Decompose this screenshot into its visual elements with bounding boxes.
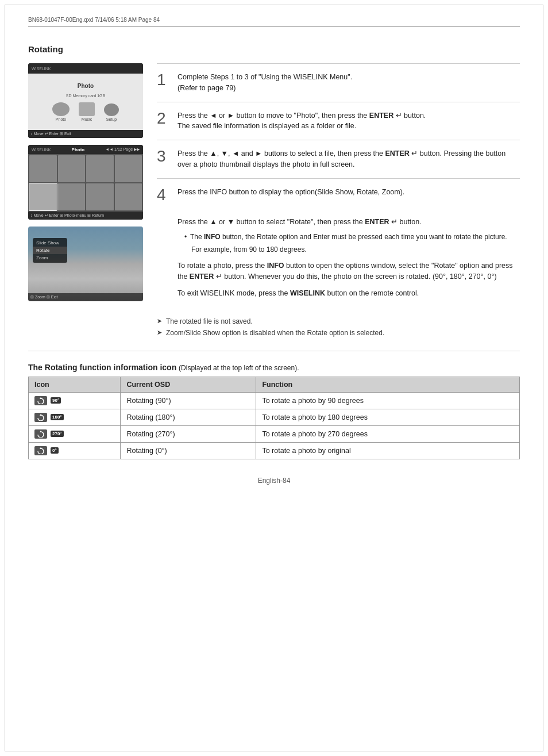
- step1-line2: (Refer to page 79): [177, 84, 236, 92]
- row4-icon: 0°: [29, 442, 121, 459]
- screen1-icon-music: Music: [79, 102, 95, 121]
- info-table: Icon Current OSD Function: [28, 377, 520, 459]
- screen3-bottombar: ⊞ Zoom ⊞ Exit: [28, 293, 143, 301]
- col-header-icon: Icon: [29, 377, 121, 392]
- page-container: BN68-01047F-00Eng.qxd 7/14/06 5:18 AM Pa…: [5, 5, 543, 751]
- photo-cell-6: [58, 183, 86, 210]
- top-bar-text: BN68-01047F-00Eng.qxd 7/14/06 5:18 AM Pa…: [28, 17, 160, 23]
- menu-slideshow: Slide Show: [33, 239, 67, 247]
- row1-function: To rotate a photo by 90 degrees: [256, 392, 520, 409]
- screen1-icon-photo: Photo: [52, 102, 70, 121]
- step2-enter: ENTER: [369, 112, 393, 120]
- step4-info2: INFO: [267, 262, 284, 270]
- table-row: 0° Rotating (0°) To rotate a photo by or…: [29, 442, 520, 459]
- screen2-topbar: WISELINK Photo ◄◄ 1/12 Page ▶▶: [28, 145, 143, 154]
- rotate-svg-0: [37, 447, 45, 454]
- screen1-bottombar: ↕ Move ↵ Enter ⊞ Exit: [28, 130, 143, 138]
- row1-icon-cell: 90°: [34, 396, 114, 405]
- rotate-icon-180: [34, 413, 47, 422]
- photo-cell-1: [29, 155, 57, 182]
- step4-line1: Press the INFO button to display the opt…: [177, 188, 404, 196]
- photo-cell-2: [58, 155, 86, 182]
- setup-icon-label: Setup: [106, 117, 117, 121]
- step3-line1: Press the ▲, ▼, ◄ and ► buttons to selec…: [177, 149, 505, 168]
- music-icon-label: Music: [82, 117, 92, 121]
- step4-para1: To rotate a photo, press the INFO button…: [177, 260, 520, 282]
- step-4-header: 4 Press the INFO button to display the o…: [157, 187, 520, 203]
- step4-wiselink: WISELINK: [290, 289, 325, 297]
- table-subtitle: (Displayed at the top left of the screen…: [179, 364, 299, 372]
- row2-icon: 180°: [29, 409, 121, 425]
- step4-para2: To exit WISELINK mode, press the WISELIN…: [177, 288, 520, 299]
- screen1-content: Photo SD Memory card 1GB Photo Music: [28, 74, 143, 130]
- screen1-title: Photo: [78, 83, 94, 89]
- top-bar: BN68-01047F-00Eng.qxd 7/14/06 5:18 AM Pa…: [28, 17, 520, 27]
- photo-icon-label: Photo: [56, 117, 66, 121]
- step3-enter: ENTER: [385, 149, 409, 158]
- screen2-title: Photo: [72, 147, 85, 152]
- screen2-bottombar: ↕ Move ↵ Enter ⊞ Photo-menu ⊞ Return: [28, 212, 143, 220]
- step-1-block: 1 Complete Steps 1 to 3 of "Using the WI…: [157, 63, 520, 102]
- step2-line2: The saved file information is displayed …: [177, 122, 356, 130]
- step-2-number: 2: [157, 110, 171, 132]
- screen2-grid: [28, 154, 143, 212]
- screen1-topbar: WISELINK: [28, 63, 143, 74]
- screen1-icon-setup: Setup: [104, 103, 119, 121]
- screen-mockup-2: WISELINK Photo ◄◄ 1/12 Page ▶▶ ↕ Move ↵ …: [28, 145, 143, 220]
- step-2-block: 2 Press the ◄ or ► button to move to "Ph…: [157, 102, 520, 140]
- menu-zoom: Zoom: [33, 254, 67, 262]
- step2-press: Press the ◄ or ► button to move to "Phot…: [177, 112, 426, 120]
- step-4-block: 4 Press the INFO button to display the o…: [157, 178, 520, 307]
- step4-indent1: For example, from 90 to 180 degrees.: [184, 244, 520, 255]
- row2-icon-cell: 180°: [34, 413, 114, 422]
- badge-90: 90°: [51, 397, 61, 404]
- screen-mockup-3: Slide Show Rotate Zoom ⊞ Zoom ⊞ Exit: [28, 227, 143, 301]
- rotate-icon-270: [34, 429, 47, 439]
- table-title: The Rotating function information icon (…: [28, 363, 520, 372]
- badge-270: 270°: [51, 431, 64, 437]
- photo-cell-7: [86, 183, 114, 210]
- rotate-svg-270: [37, 431, 45, 438]
- row4-function: To rotate a photo by original: [256, 442, 520, 459]
- table-body: 90° Rotating (90°) To rotate a photo by …: [29, 392, 520, 459]
- step4-bullet1: The INFO button, the Rotate option and E…: [184, 232, 520, 242]
- photo-cell-5: [29, 183, 57, 210]
- main-content: WISELINK Photo SD Memory card 1GB Photo: [28, 63, 520, 339]
- step4-rotate-para: Press the ▲ or ▼ button to select "Rotat…: [177, 217, 520, 228]
- table-row: 180° Rotating (180°) To rotate a photo b…: [29, 409, 520, 425]
- landscape-menu: Slide Show Rotate Zoom: [33, 238, 67, 263]
- right-content: 1 Complete Steps 1 to 3 of "Using the WI…: [157, 63, 520, 339]
- row2-osd: Rotating (180°): [121, 409, 256, 425]
- step-4-extra: Press the ▲ or ▼ button to select "Rotat…: [157, 217, 520, 299]
- screen1-icons-row: Photo Music Setup: [52, 102, 119, 121]
- left-images: WISELINK Photo SD Memory card 1GB Photo: [28, 63, 143, 339]
- col-header-function: Function: [256, 377, 520, 392]
- photo-cell-4: [115, 155, 142, 182]
- rotate-svg-180: [37, 414, 45, 421]
- step1-line1: Complete Steps 1 to 3 of "Using the WISE…: [177, 73, 352, 81]
- screen1-logo: WISELINK: [32, 67, 51, 71]
- row4-icon-cell: 0°: [34, 446, 114, 455]
- row4-osd: Rotating (0°): [121, 442, 256, 459]
- screen-mockup-1: WISELINK Photo SD Memory card 1GB Photo: [28, 63, 143, 138]
- step-3-text: Press the ▲, ▼, ◄ and ► buttons to selec…: [177, 148, 520, 170]
- step-2-text: Press the ◄ or ► button to move to "Phot…: [177, 110, 520, 132]
- row3-icon-cell: 270°: [34, 429, 114, 439]
- badge-180: 180°: [51, 414, 64, 420]
- divider: [28, 351, 520, 351]
- row3-icon: 270°: [29, 425, 121, 442]
- step-3-block: 3 Press the ▲, ▼, ◄ and ► buttons to sel…: [157, 140, 520, 178]
- step4-bullet-note: The INFO button, the Rotate option and E…: [177, 232, 520, 255]
- screen2-bottombar-text: ↕ Move ↵ Enter ⊞ Photo-menu ⊞ Return: [30, 213, 104, 218]
- photo-icon-shape: [52, 102, 70, 116]
- photo-cell-3: [86, 155, 114, 182]
- step4-enter2: ENTER: [190, 273, 214, 281]
- row1-osd: Rotating (90°): [121, 392, 256, 409]
- step4-info-bold: INFO: [204, 233, 221, 241]
- row3-function: To rotate a photo by 270 degrees: [256, 425, 520, 442]
- note-2: Zoom/Slide Show option is disabled when …: [157, 328, 520, 338]
- step-1-number: 1: [157, 72, 171, 94]
- page-footer: English-84: [28, 471, 520, 485]
- screen1-bottombar-text: ↕ Move ↵ Enter ⊞ Exit: [30, 132, 71, 136]
- row2-function: To rotate a photo by 180 degrees: [256, 409, 520, 425]
